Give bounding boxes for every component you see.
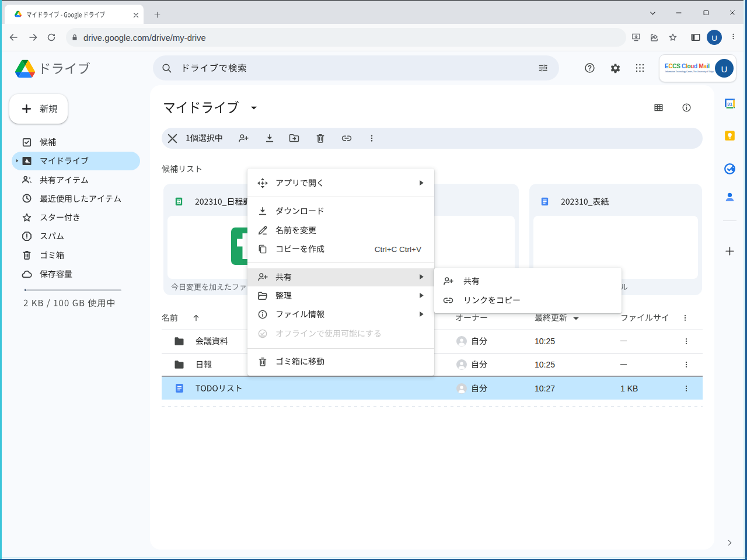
svg-text:31: 31 bbox=[727, 102, 732, 107]
